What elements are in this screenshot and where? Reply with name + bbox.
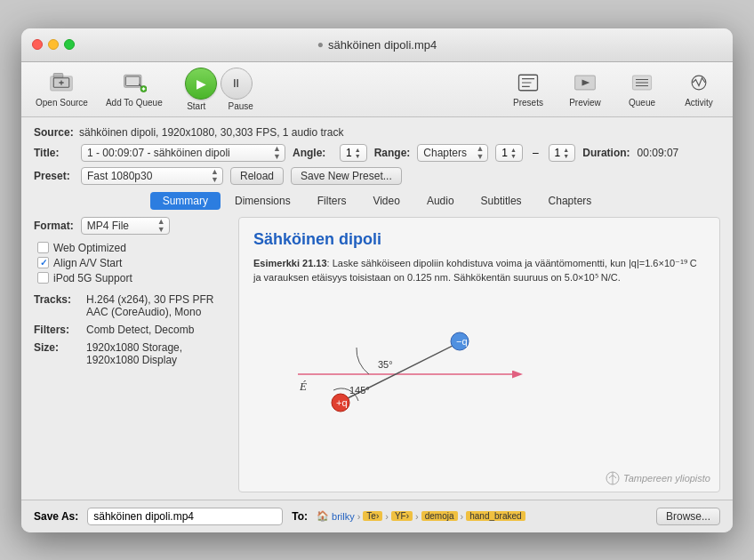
uni-logo-text: Tampereen yliopisto [623, 473, 710, 484]
tab-chapters[interactable]: Chapters [536, 192, 605, 210]
preview-text: Esimerkki 21.13: Laske sähköiseen dipoli… [253, 256, 705, 285]
format-arrow: ▲▼ [157, 218, 165, 234]
save-preset-button[interactable]: Save New Preset... [291, 167, 402, 185]
tabs-bar: Summary Dimensions Filters Video Audio S… [34, 192, 720, 210]
svg-text:É: É [299, 380, 307, 393]
format-row: Format: MP4 File ▲▼ [34, 217, 229, 235]
start-label: Start [180, 101, 213, 111]
angle-value: 1 [346, 147, 352, 159]
source-label: Source: [34, 126, 74, 139]
breadcrumb-te[interactable]: Te› [363, 511, 382, 521]
title-text: sähköinen dipoli.mp4 [328, 38, 437, 52]
range-label: Range: [374, 147, 411, 159]
range-select-arrow: ▲▼ [476, 145, 484, 161]
pause-button[interactable]: ⏸ [221, 68, 253, 100]
open-source-button[interactable]: Open Source [36, 70, 88, 108]
svg-text:+q: +q [336, 397, 348, 408]
app-window: ● sähköinen dipoli.mp4 Open Source [21, 28, 733, 532]
close-button[interactable] [32, 39, 43, 50]
range-from-stepper[interactable]: 1 ▲ ▼ [495, 144, 523, 162]
breadcrumb-brilky[interactable]: brilky [332, 511, 355, 522]
range-from-up[interactable]: ▲ [510, 147, 517, 153]
activity-label: Activity [685, 98, 713, 108]
align-av-checkbox[interactable]: ✓ [37, 257, 49, 268]
content-area: Source: sähköinen dipoli, 1920x1080, 30,… [21, 117, 733, 500]
start-button[interactable]: ▶ [185, 68, 217, 100]
tab-video[interactable]: Video [360, 192, 412, 210]
align-av-row: ✓ Align A/V Start [37, 257, 229, 269]
maximize-button[interactable] [64, 39, 75, 50]
source-value: sähköinen dipoli, 1920x1080, 30,303 FPS,… [79, 126, 344, 139]
tab-summary[interactable]: Summary [150, 192, 221, 210]
queue-button[interactable]: Queue [622, 70, 662, 108]
align-av-check: ✓ [40, 258, 47, 268]
save-as-input[interactable] [87, 508, 283, 525]
minimize-button[interactable] [48, 39, 59, 50]
info-section: Tracks: H.264 (x264), 30 FPS PFRAAC (Cor… [34, 293, 229, 366]
open-source-icon [47, 70, 76, 95]
breadcrumb-yf[interactable]: YF› [391, 511, 413, 521]
svg-rect-1 [54, 74, 64, 78]
breadcrumb-hand-braked[interactable]: hand_braked [466, 511, 525, 521]
preview-text-bold: Esimerkki 21.13 [253, 258, 327, 268]
title-select-value: 1 - 00:09:07 - sähköinen dipoli [87, 147, 230, 159]
format-select[interactable]: MP4 File ▲▼ [81, 217, 170, 235]
presets-button[interactable]: Presets [509, 70, 548, 108]
duration-label: Duration: [582, 147, 630, 159]
breadcrumb: 🏠 brilky › Te› › YF› › demoja › hand_bra… [317, 510, 647, 522]
browse-button[interactable]: Browse... [656, 508, 720, 525]
checkbox-group: Web Optimized ✓ Align A/V Start iPod 5G … [34, 242, 229, 284]
add-to-queue-button[interactable]: Add To Queue [106, 70, 163, 108]
range-to-down[interactable]: ▼ [563, 153, 569, 159]
angle-label: Angle: [293, 147, 333, 159]
range-type-select[interactable]: Chapters ▲▼ [417, 144, 488, 162]
pause-label: Pause [225, 101, 257, 111]
preview-button[interactable]: Preview [566, 70, 605, 108]
title-select[interactable]: 1 - 00:09:07 - sähköinen dipoli ▲▼ [81, 144, 285, 162]
traffic-lights [32, 39, 75, 50]
modified-dot: ● [317, 38, 324, 51]
size-label: Size: [34, 341, 83, 354]
presets-label: Presets [513, 98, 543, 108]
tab-filters[interactable]: Filters [305, 192, 359, 210]
size-row: Size: 1920x1080 Storage, 1920x1080 Displ… [34, 341, 229, 366]
range-to-value: 1 [555, 147, 561, 159]
reload-button[interactable]: Reload [230, 167, 284, 185]
preset-label: Preset: [34, 170, 74, 182]
queue-label: Queue [629, 98, 655, 108]
preview-label: Preview [569, 98, 601, 108]
source-row: Source: sähköinen dipoli, 1920x1080, 30,… [34, 126, 720, 139]
breadcrumb-demoja[interactable]: demoja [421, 511, 458, 521]
queue-icon [628, 70, 656, 95]
angle-stepper[interactable]: 1 ▲ ▼ [340, 144, 367, 162]
range-from-down[interactable]: ▼ [510, 153, 517, 159]
svg-text:−q: −q [456, 336, 468, 347]
save-as-label: Save As: [34, 510, 78, 523]
svg-text:35°: 35° [378, 359, 393, 370]
filters-value: Comb Detect, Decomb [86, 324, 194, 336]
range-from-value: 1 [501, 147, 508, 159]
range-to-stepper[interactable]: 1 ▲ ▼ [549, 144, 576, 162]
svg-text:145°: 145° [349, 385, 370, 396]
svg-rect-6 [125, 76, 140, 86]
activity-icon [685, 70, 713, 95]
diagram-area: É −q +q 35° 145° [253, 294, 705, 436]
preview-title: Sähköinen dipoli [253, 230, 705, 249]
filters-label: Filters: [34, 324, 83, 336]
preset-value: Fast 1080p30 [87, 170, 152, 182]
duration-value: 00:09:07 [638, 147, 679, 159]
format-value: MP4 File [87, 220, 129, 232]
ipod-checkbox[interactable] [37, 272, 49, 284]
angle-down[interactable]: ▼ [355, 153, 361, 159]
web-optimized-checkbox[interactable] [37, 242, 49, 253]
preset-select[interactable]: Fast 1080p30 ▲▼ [81, 167, 223, 185]
title-select-arrow: ▲▼ [273, 145, 281, 161]
angle-up[interactable]: ▲ [355, 147, 361, 153]
tab-audio[interactable]: Audio [414, 192, 467, 210]
tab-subtitles[interactable]: Subtitles [469, 192, 534, 210]
range-to-up[interactable]: ▲ [563, 147, 569, 153]
titlebar: ● sähköinen dipoli.mp4 [21, 28, 733, 62]
tab-dimensions[interactable]: Dimensions [222, 192, 303, 210]
align-av-label: Align A/V Start [53, 257, 122, 269]
activity-button[interactable]: Activity [679, 70, 718, 108]
